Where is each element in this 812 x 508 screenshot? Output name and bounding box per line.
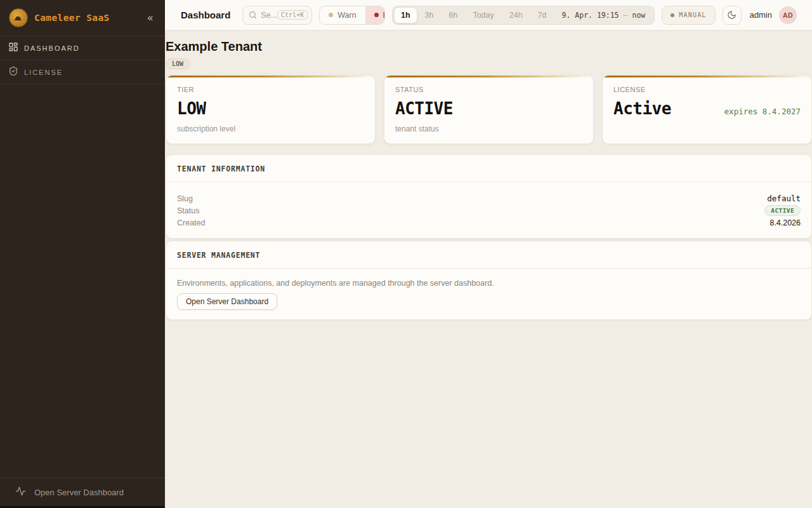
time-range-24h-button[interactable]: 24h [502,7,530,23]
license-card: LICENSE Active expires 8.4.2027 [602,75,812,144]
main-area: Dashboard Se... Ctrl+K Warn Error 1h 3h … [165,0,812,508]
status-badge: ACTIVE [764,205,801,216]
license-expiry: expires 8.4.2027 [724,107,801,116]
time-range-7d-button[interactable]: 7d [530,7,554,23]
sidebar-item-label: LICENSE [24,69,63,76]
error-filter-button[interactable]: Error [365,6,385,24]
time-from: 9. Apr. 19:15 [562,11,619,20]
page-header-title: Dashboard [181,10,230,20]
page-title: Example Tenant [166,39,812,54]
top-bar: Dashboard Se... Ctrl+K Warn Error 1h 3h … [165,0,812,30]
time-range-3h-button[interactable]: 3h [417,7,442,23]
error-dot-icon [374,13,379,17]
search-input[interactable]: Se... Ctrl+K [242,6,312,25]
time-range-display[interactable]: 9. Apr. 19:15 — now [554,11,653,20]
avatar[interactable]: AD [779,6,797,24]
top-bar-right: MANUAL admin AD [662,6,797,25]
card-label: STATUS [395,86,582,93]
brand-title: Cameleer SaaS [34,13,110,23]
search-icon [249,11,257,19]
sidebar-item-label: DASHBOARD [24,44,80,52]
info-label: Slug [177,194,193,203]
log-level-filter-group: Warn Error [319,6,385,25]
info-row-slug: Slug default [177,192,801,204]
server-management-description: Environments, applications, and deployme… [177,279,801,288]
time-range-1h-button[interactable]: 1h [394,7,417,23]
search-shortcut-chip: Ctrl+K [277,10,308,20]
activity-icon [15,486,26,498]
moon-icon [727,10,737,20]
time-to: now [632,11,645,20]
tenant-information-section: TENANT INFORMATION Slug default Status A… [166,154,812,239]
tier-card: TIER LOW subscription level [166,75,376,144]
sidebar-header: Cameleer SaaS « [0,0,165,36]
refresh-mode-label: MANUAL [679,11,706,18]
card-label: LICENSE [613,86,801,93]
sidebar-item-license[interactable]: LICENSE [0,60,165,84]
stat-cards: TIER LOW subscription level STATUS ACTIV… [166,75,812,144]
sidebar: Cameleer SaaS « DASHBOARD LICENSE [0,0,165,508]
refresh-dot-icon [671,13,674,17]
sidebar-spacer [0,84,165,478]
time-range-6h-button[interactable]: 6h [441,7,465,23]
sidebar-footer-label: Open Server Dashboard [34,488,124,497]
sidebar-nav: DASHBOARD LICENSE [0,36,165,84]
error-filter-label: Error [383,11,385,20]
info-label: Created [177,218,205,227]
info-row-status: Status ACTIVE [177,204,801,217]
dark-mode-toggle[interactable] [723,6,742,25]
sidebar-open-server-dashboard[interactable]: Open Server Dashboard [0,478,165,506]
camel-logo-icon [9,8,28,27]
user-name: admin [750,10,772,20]
tier-badge: LOW [166,58,190,69]
warn-filter-button[interactable]: Warn [320,6,365,24]
open-server-dashboard-button[interactable]: Open Server Dashboard [177,293,277,310]
content-area: Example Tenant LOW TIER LOW subscription… [165,30,812,320]
card-label: TIER [177,86,364,93]
info-row-created: Created 8.4.2026 [177,217,801,229]
card-caption: tenant status [395,124,582,133]
server-management-section: SERVER MANAGEMENT Environments, applicat… [166,241,812,320]
shield-check-icon [8,66,18,79]
info-label: Status [177,206,199,215]
card-caption: subscription level [177,124,364,133]
card-value: ACTIVE [395,99,453,118]
search-placeholder: Se... [261,11,277,20]
card-value: Active [613,99,671,118]
time-separator: — [624,11,628,20]
dashboard-grid-icon [8,42,18,55]
card-value: LOW [177,99,206,118]
sidebar-item-dashboard[interactable]: DASHBOARD [0,36,165,60]
warn-dot-icon [329,13,333,17]
refresh-mode-button[interactable]: MANUAL [662,6,715,25]
info-value: 8.4.2026 [769,218,801,227]
status-card: STATUS ACTIVE tenant status [384,75,594,144]
section-title: SERVER MANAGEMENT [166,241,811,269]
sidebar-collapse-button[interactable]: « [145,11,156,25]
info-value: default [767,194,801,203]
time-range-today-button[interactable]: Today [465,7,501,23]
section-title: TENANT INFORMATION [166,155,811,182]
warn-filter-label: Warn [337,11,356,20]
time-range-group: 1h 3h 6h Today 24h 7d 9. Apr. 19:15 — no… [392,6,655,25]
